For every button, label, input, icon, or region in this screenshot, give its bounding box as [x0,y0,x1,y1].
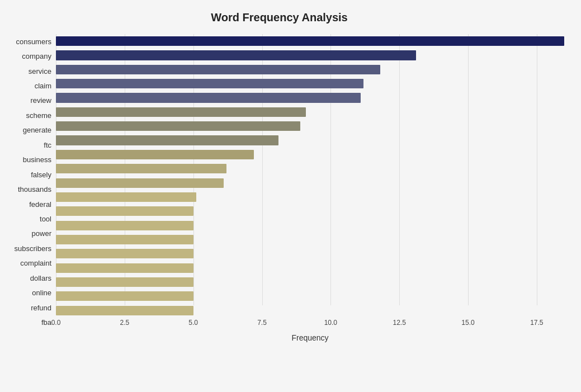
y-axis-label: subscribers [15,245,51,252]
y-axis-label: fba [41,319,51,326]
x-tick-label: 15.0 [461,319,474,327]
bar [56,121,300,131]
bar [56,249,193,258]
bar-row [56,275,564,289]
chart-area: consumerscompanyserviceclaimreviewscheme… [6,34,564,342]
x-tick-label: 10.0 [324,319,337,327]
bar-row [56,63,564,77]
y-axis-label: consumers [16,38,51,45]
x-axis-label: Frequency [56,333,564,342]
bar [56,50,416,60]
y-axis-labels: consumerscompanyserviceclaimreviewscheme… [6,34,56,342]
bar-row [56,218,564,232]
bar [56,150,254,159]
bar [56,93,361,102]
bars-wrapper [56,34,564,318]
bar [56,221,193,230]
y-axis-label: scheme [26,112,51,119]
bar-row [56,105,564,119]
bar-row [56,261,564,275]
y-axis-label: complaint [20,259,51,267]
chart-title: Word Frequency Analysis [6,11,564,24]
bar [56,263,193,273]
bar-row [56,77,564,91]
y-axis-label: dollars [30,275,51,282]
y-axis-label: thousands [18,186,51,193]
y-axis-label: generate [23,126,51,134]
x-tick-label: 12.5 [393,319,406,327]
bar [56,164,226,173]
bar-row [56,133,564,147]
y-axis-label: service [29,68,51,75]
bar [56,65,380,74]
x-tick-label: 0.0 [51,319,61,327]
y-axis-label: business [23,156,51,163]
bar [56,306,193,315]
y-axis-label: online [32,289,51,296]
y-axis-label: tool [40,215,51,223]
bar-row [56,247,564,261]
bar [56,277,193,287]
x-tick-label: 17.5 [530,319,543,327]
y-axis-label: review [30,97,51,104]
bar-row [56,204,564,218]
bar [56,206,193,216]
bar-row [56,119,564,133]
bar [56,235,193,244]
bar-row [56,176,564,190]
bar-row [56,148,564,162]
bar-row [56,91,564,105]
y-axis-label: federal [29,201,51,208]
bar-row [56,190,564,204]
bar [56,79,363,88]
bar-row [56,304,564,318]
y-axis-label: falsely [31,171,51,178]
x-tick-label: 7.5 [257,319,267,327]
x-tick-label: 5.0 [188,319,198,327]
bar [56,135,278,145]
y-axis-label: power [32,230,51,237]
y-axis-label: claim [35,82,51,89]
chart-container: Word Frequency Analysis consumerscompany… [0,0,581,392]
bar-row [56,289,564,303]
bar-row [56,162,564,176]
bar [56,36,564,46]
bar [56,291,193,301]
bar [56,192,196,202]
x-axis: 0.02.55.07.510.012.515.017.5 [56,319,564,331]
bar-row [56,233,564,247]
bar [56,107,306,117]
y-axis-label: ftc [44,141,51,149]
x-tick-label: 2.5 [120,319,129,327]
bar [56,178,224,188]
y-axis-label: company [22,53,51,60]
plot-area: 0.02.55.07.510.012.515.017.5 Frequency [56,34,564,342]
bar-row [56,48,564,62]
bar-row [56,34,564,48]
y-axis-label: refund [31,304,51,311]
